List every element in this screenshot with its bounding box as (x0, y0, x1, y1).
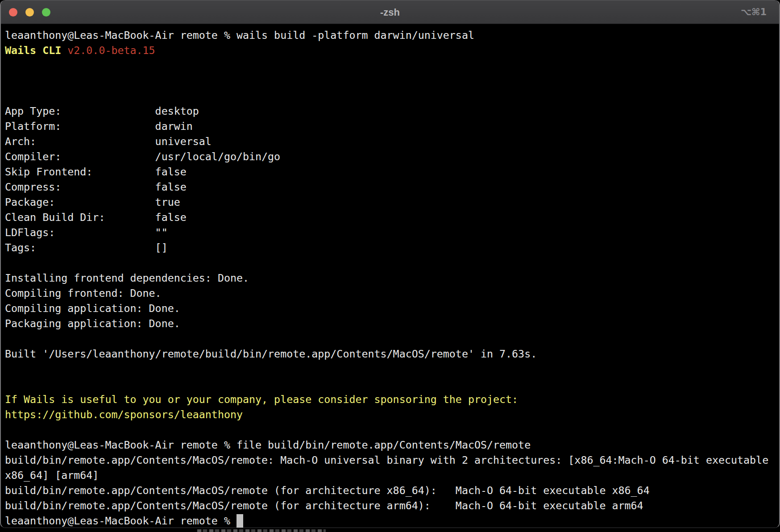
terminal-line: Skip Frontend: false (5, 164, 779, 179)
terminal-line: leaanthony@Leas-MacBook-Air remote % (5, 513, 779, 528)
terminal-text-segment: LDFlags: "" (5, 226, 168, 238)
terminal-text-segment: leaanthony@Leas-MacBook-Air remote % wai… (5, 29, 474, 41)
terminal-text-segment: Compiler: /usr/local/go/bin/go (5, 150, 280, 162)
terminal-line: Arch: universal (5, 134, 779, 149)
window-titlebar[interactable]: -zsh ⌥⌘1 (1, 0, 779, 24)
terminal-line: Compiling application: Done. (5, 301, 779, 316)
terminal-line: Compress: false (5, 179, 779, 195)
terminal-line: build/bin/remote.app/Contents/MacOS/remo… (5, 453, 779, 468)
terminal-line: leaanthony@Leas-MacBook-Air remote % wai… (5, 28, 779, 43)
terminal-text-segment: v2.0.0-beta.15 (67, 44, 155, 56)
terminal-line (5, 255, 779, 270)
terminal-text-segment: App Type: desktop (5, 105, 199, 117)
terminal-line: build/bin/remote.app/Contents/MacOS/remo… (5, 483, 779, 498)
background-window-text-sliver (197, 529, 326, 532)
terminal-text-segment: build/bin/remote.app/Contents/MacOS/remo… (5, 499, 643, 511)
terminal-text-segment: Platform: darwin (5, 120, 193, 132)
terminal-line (5, 331, 779, 346)
terminal-line (5, 377, 779, 392)
terminal-text-segment: build/bin/remote.app/Contents/MacOS/remo… (5, 454, 768, 466)
terminal-text-segment: Compiling application: Done. (5, 302, 180, 314)
terminal-text-segment: Clean Build Dir: false (5, 211, 187, 223)
terminal-line: If Wails is useful to you or your compan… (5, 392, 779, 407)
terminal-line: Built '/Users/leaanthony/remote/build/bi… (5, 346, 779, 362)
terminal-output[interactable]: leaanthony@Leas-MacBook-Air remote % wai… (1, 24, 779, 528)
terminal-text-segment: leaanthony@Leas-MacBook-Air remote % fil… (5, 439, 531, 451)
terminal-line (5, 73, 779, 88)
terminal-text-segment: Packaging application: Done. (5, 317, 180, 329)
terminal-text-segment: Installing frontend dependencies: Done. (5, 272, 249, 284)
terminal-line: Platform: darwin (5, 119, 779, 134)
terminal-line: LDFlags: "" (5, 225, 779, 240)
terminal-line: https://github.com/sponsors/leaanthony (5, 407, 779, 422)
terminal-text-segment: Built '/Users/leaanthony/remote/build/bi… (5, 348, 537, 360)
terminal-text-segment: leaanthony@Leas-MacBook-Air remote % (5, 515, 236, 527)
terminal-text-segment: build/bin/remote.app/Contents/MacOS/remo… (5, 484, 650, 496)
terminal-line: Compiling frontend: Done. (5, 286, 779, 301)
terminal-line: Tags: [] (5, 240, 779, 255)
terminal-line (5, 422, 779, 437)
terminal-text-segment: https://github.com/sponsors/leaanthony (5, 408, 243, 420)
terminal-line: build/bin/remote.app/Contents/MacOS/remo… (5, 498, 779, 513)
terminal-text-segment: Skip Frontend: false (5, 166, 187, 178)
terminal-text-segment: Wails CLI (5, 44, 67, 56)
terminal-line: Compiler: /usr/local/go/bin/go (5, 149, 779, 164)
terminal-line: Packaging application: Done. (5, 316, 779, 331)
terminal-line: Wails CLI v2.0.0-beta.15 (5, 43, 779, 58)
terminal-text-segment: If Wails is useful to you or your compan… (5, 393, 518, 405)
terminal-cursor (236, 514, 243, 528)
window-title: -zsh (1, 0, 779, 24)
terminal-line (5, 362, 779, 377)
terminal-window: -zsh ⌥⌘1 leaanthony@Leas-MacBook-Air rem… (0, 0, 780, 528)
terminal-text-segment: Compress: false (5, 181, 187, 193)
terminal-text-segment: Tags: [] (5, 241, 168, 254)
tab-shortcut-indicator: ⌥⌘1 (741, 0, 767, 24)
terminal-line: x86_64] [arm64] (5, 468, 779, 483)
terminal-line: Installing frontend dependencies: Done. (5, 270, 779, 286)
terminal-text-segment: Compiling frontend: Done. (5, 287, 162, 299)
terminal-line (5, 88, 779, 104)
terminal-line: leaanthony@Leas-MacBook-Air remote % fil… (5, 437, 779, 453)
terminal-line: App Type: desktop (5, 104, 779, 119)
terminal-text-segment: Arch: universal (5, 135, 212, 147)
terminal-line (5, 58, 779, 73)
terminal-text-segment: x86_64] [arm64] (5, 469, 99, 481)
terminal-text-segment: Package: true (5, 196, 180, 208)
terminal-line: Clean Build Dir: false (5, 210, 779, 225)
terminal-line: Package: true (5, 195, 779, 210)
